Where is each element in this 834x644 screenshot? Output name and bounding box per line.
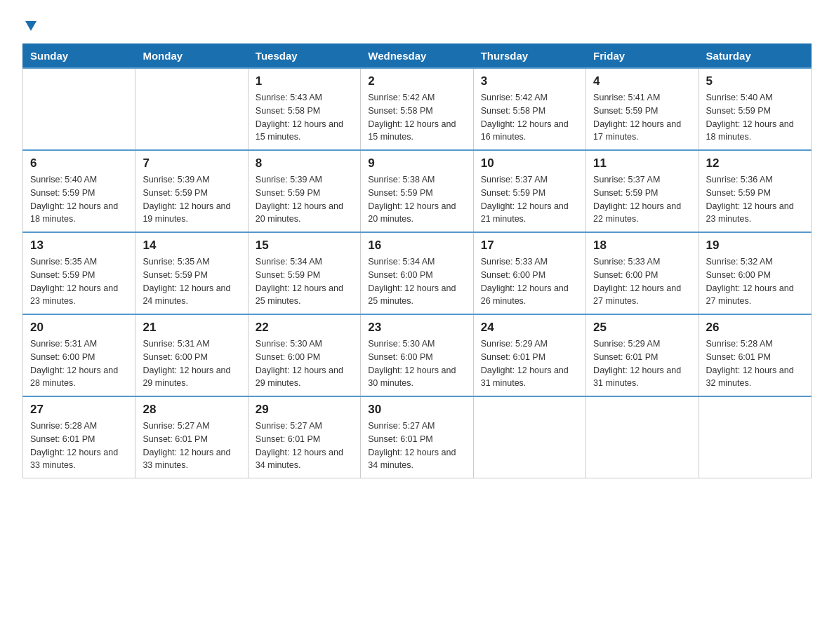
col-header-sunday: Sunday: [23, 44, 135, 69]
day-number: 12: [706, 156, 804, 170]
day-cell: 5Sunrise: 5:40 AMSunset: 5:59 PMDaylight…: [699, 68, 811, 150]
day-number: 1: [256, 74, 353, 88]
day-info: Sunrise: 5:31 AMSunset: 6:00 PMDaylight:…: [143, 337, 240, 390]
day-number: 29: [256, 403, 353, 417]
svg-marker-0: [25, 21, 37, 31]
day-number: 30: [368, 403, 465, 417]
day-info: Sunrise: 5:33 AMSunset: 6:00 PMDaylight:…: [481, 255, 578, 308]
day-info: Sunrise: 5:28 AMSunset: 6:01 PMDaylight:…: [30, 420, 128, 472]
day-number: 7: [143, 156, 240, 170]
day-cell: 7Sunrise: 5:39 AMSunset: 5:59 PMDaylight…: [135, 150, 248, 232]
day-cell: 17Sunrise: 5:33 AMSunset: 6:00 PMDayligh…: [473, 232, 585, 314]
logo-triangle-icon: [24, 18, 38, 32]
calendar-table: SundayMondayTuesdayWednesdayThursdayFrid…: [22, 43, 812, 478]
day-info: Sunrise: 5:33 AMSunset: 6:00 PMDaylight:…: [593, 255, 691, 308]
day-info: Sunrise: 5:39 AMSunset: 5:59 PMDaylight:…: [256, 173, 353, 226]
week-row-1: 1Sunrise: 5:43 AMSunset: 5:58 PMDaylight…: [23, 68, 812, 150]
day-cell: 6Sunrise: 5:40 AMSunset: 5:59 PMDaylight…: [23, 150, 135, 232]
day-cell: 18Sunrise: 5:33 AMSunset: 6:00 PMDayligh…: [586, 232, 699, 314]
day-number: 14: [143, 239, 240, 253]
day-info: Sunrise: 5:41 AMSunset: 5:59 PMDaylight:…: [593, 91, 691, 144]
day-number: 16: [368, 239, 465, 253]
day-info: Sunrise: 5:35 AMSunset: 5:59 PMDaylight:…: [143, 255, 240, 308]
day-number: 20: [30, 321, 128, 335]
day-cell: 14Sunrise: 5:35 AMSunset: 5:59 PMDayligh…: [135, 232, 248, 314]
day-cell: 24Sunrise: 5:29 AMSunset: 6:01 PMDayligh…: [473, 314, 585, 396]
day-info: Sunrise: 5:43 AMSunset: 5:58 PMDaylight:…: [256, 91, 353, 144]
day-info: Sunrise: 5:39 AMSunset: 5:59 PMDaylight:…: [143, 173, 240, 226]
col-header-tuesday: Tuesday: [248, 44, 360, 69]
day-cell: 20Sunrise: 5:31 AMSunset: 6:00 PMDayligh…: [23, 314, 135, 396]
day-info: Sunrise: 5:29 AMSunset: 6:01 PMDaylight:…: [481, 337, 578, 390]
day-cell: 27Sunrise: 5:28 AMSunset: 6:01 PMDayligh…: [23, 396, 135, 478]
day-cell: 1Sunrise: 5:43 AMSunset: 5:58 PMDaylight…: [248, 68, 360, 150]
day-number: 28: [143, 403, 240, 417]
day-info: Sunrise: 5:42 AMSunset: 5:58 PMDaylight:…: [481, 91, 578, 144]
day-info: Sunrise: 5:27 AMSunset: 6:01 PMDaylight:…: [143, 420, 240, 472]
col-header-friday: Friday: [586, 44, 699, 69]
day-info: Sunrise: 5:42 AMSunset: 5:58 PMDaylight:…: [368, 91, 465, 144]
day-number: 8: [256, 156, 353, 170]
day-cell: 28Sunrise: 5:27 AMSunset: 6:01 PMDayligh…: [135, 396, 248, 478]
day-number: 10: [481, 156, 578, 170]
day-cell: 26Sunrise: 5:28 AMSunset: 6:01 PMDayligh…: [699, 314, 811, 396]
day-cell: 13Sunrise: 5:35 AMSunset: 5:59 PMDayligh…: [23, 232, 135, 314]
day-info: Sunrise: 5:31 AMSunset: 6:00 PMDaylight:…: [30, 337, 128, 390]
page-header: [22, 17, 812, 32]
day-cell: 30Sunrise: 5:27 AMSunset: 6:01 PMDayligh…: [361, 396, 473, 478]
week-row-4: 20Sunrise: 5:31 AMSunset: 6:00 PMDayligh…: [23, 314, 812, 396]
day-cell: 2Sunrise: 5:42 AMSunset: 5:58 PMDaylight…: [361, 68, 473, 150]
day-info: Sunrise: 5:38 AMSunset: 5:59 PMDaylight:…: [368, 173, 465, 226]
day-info: Sunrise: 5:27 AMSunset: 6:01 PMDaylight:…: [256, 420, 353, 472]
day-info: Sunrise: 5:37 AMSunset: 5:59 PMDaylight:…: [481, 173, 578, 226]
day-number: 5: [706, 74, 804, 88]
col-header-monday: Monday: [135, 44, 248, 69]
day-cell: [699, 396, 811, 478]
day-cell: 22Sunrise: 5:30 AMSunset: 6:00 PMDayligh…: [248, 314, 360, 396]
day-cell: 3Sunrise: 5:42 AMSunset: 5:58 PMDaylight…: [473, 68, 585, 150]
day-cell: [135, 68, 248, 150]
day-info: Sunrise: 5:36 AMSunset: 5:59 PMDaylight:…: [706, 173, 804, 226]
day-cell: 4Sunrise: 5:41 AMSunset: 5:59 PMDaylight…: [586, 68, 699, 150]
day-cell: 11Sunrise: 5:37 AMSunset: 5:59 PMDayligh…: [586, 150, 699, 232]
day-cell: [586, 396, 699, 478]
day-cell: 19Sunrise: 5:32 AMSunset: 6:00 PMDayligh…: [699, 232, 811, 314]
day-info: Sunrise: 5:40 AMSunset: 5:59 PMDaylight:…: [706, 91, 804, 144]
day-number: 26: [706, 321, 804, 335]
day-number: 2: [368, 74, 465, 88]
day-cell: [23, 68, 135, 150]
day-cell: [473, 396, 585, 478]
day-info: Sunrise: 5:28 AMSunset: 6:01 PMDaylight:…: [706, 337, 804, 390]
day-number: 15: [256, 239, 353, 253]
day-info: Sunrise: 5:40 AMSunset: 5:59 PMDaylight:…: [30, 173, 128, 226]
week-row-3: 13Sunrise: 5:35 AMSunset: 5:59 PMDayligh…: [23, 232, 812, 314]
day-number: 18: [593, 239, 691, 253]
day-info: Sunrise: 5:27 AMSunset: 6:01 PMDaylight:…: [368, 420, 465, 472]
day-info: Sunrise: 5:35 AMSunset: 5:59 PMDaylight:…: [30, 255, 128, 308]
day-number: 17: [481, 239, 578, 253]
day-info: Sunrise: 5:29 AMSunset: 6:01 PMDaylight:…: [593, 337, 691, 390]
day-info: Sunrise: 5:34 AMSunset: 5:59 PMDaylight:…: [256, 255, 353, 308]
day-number: 4: [593, 74, 691, 88]
day-info: Sunrise: 5:37 AMSunset: 5:59 PMDaylight:…: [593, 173, 691, 226]
day-number: 22: [256, 321, 353, 335]
day-cell: 10Sunrise: 5:37 AMSunset: 5:59 PMDayligh…: [473, 150, 585, 232]
day-cell: 12Sunrise: 5:36 AMSunset: 5:59 PMDayligh…: [699, 150, 811, 232]
week-row-2: 6Sunrise: 5:40 AMSunset: 5:59 PMDaylight…: [23, 150, 812, 232]
day-number: 11: [593, 156, 691, 170]
day-number: 24: [481, 321, 578, 335]
day-cell: 21Sunrise: 5:31 AMSunset: 6:00 PMDayligh…: [135, 314, 248, 396]
col-header-wednesday: Wednesday: [361, 44, 473, 69]
day-cell: 15Sunrise: 5:34 AMSunset: 5:59 PMDayligh…: [248, 232, 360, 314]
col-header-saturday: Saturday: [699, 44, 811, 69]
day-cell: 29Sunrise: 5:27 AMSunset: 6:01 PMDayligh…: [248, 396, 360, 478]
day-number: 21: [143, 321, 240, 335]
day-info: Sunrise: 5:30 AMSunset: 6:00 PMDaylight:…: [368, 337, 465, 390]
day-cell: 8Sunrise: 5:39 AMSunset: 5:59 PMDaylight…: [248, 150, 360, 232]
col-header-thursday: Thursday: [473, 44, 585, 69]
logo: [22, 17, 38, 32]
day-cell: 23Sunrise: 5:30 AMSunset: 6:00 PMDayligh…: [361, 314, 473, 396]
day-number: 23: [368, 321, 465, 335]
day-info: Sunrise: 5:30 AMSunset: 6:00 PMDaylight:…: [256, 337, 353, 390]
week-row-5: 27Sunrise: 5:28 AMSunset: 6:01 PMDayligh…: [23, 396, 812, 478]
